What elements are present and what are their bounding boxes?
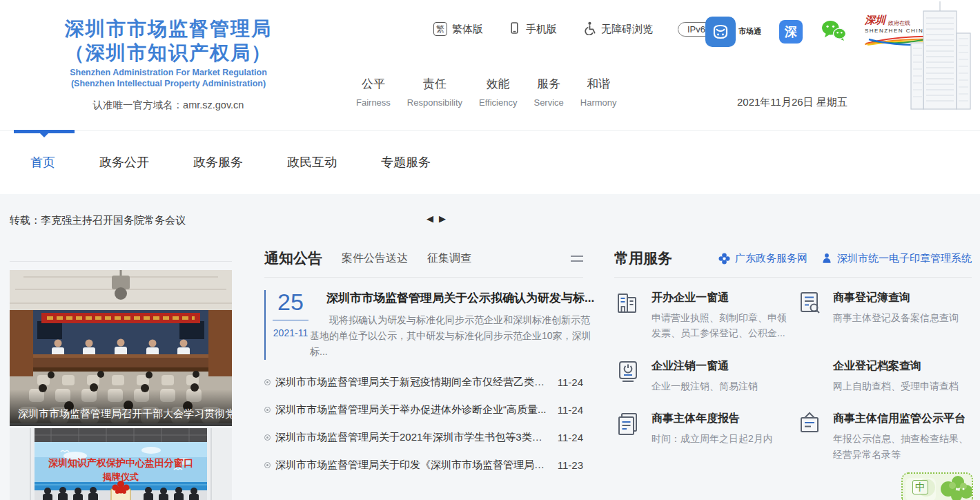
market-app-link[interactable]: 市场通 xyxy=(705,17,761,47)
divider xyxy=(273,320,308,320)
accessibility-icon xyxy=(582,21,596,37)
main-content: 转载：李克强主持召开国务院常务会议 ◀ ▶ xyxy=(0,194,980,500)
services-grid: 开办企业一窗通 申请营业执照、刻制印章、申领发票、员工参保登记、公积金... xyxy=(614,289,972,462)
nav-item-special[interactable]: 专题服务 xyxy=(381,154,431,171)
bullet-icon xyxy=(264,434,271,441)
org-name-en-line1: Shenzhen Administration For Market Regul… xyxy=(17,67,320,78)
current-date: 2021年11月26日 星期五 xyxy=(737,96,847,109)
services-section: 常用服务 广东政务服务网 深圳市统一电子印章管理系统 xyxy=(614,249,972,462)
featured-title[interactable]: 深圳市市场监督管理局关于公示拟确认为研发与标... xyxy=(310,290,594,306)
accessibility-label: 无障碍浏览 xyxy=(601,23,653,36)
guangdong-gov-service-link[interactable]: 广东政务服务网 xyxy=(718,252,807,265)
values-row: 公平 Fairness 责任 Responsibility 效能 Efficie… xyxy=(356,76,617,108)
utility-links: 繁 繁体版 手机版 无障碍浏览 IPv6 xyxy=(433,21,715,37)
market-app-icon xyxy=(705,17,736,47)
featured-summary[interactable]: 现将拟确认为研发与标准化同步示范企业和深圳标准创新示范基地的单位予以公示，其中研… xyxy=(310,312,594,360)
page: 深圳市市场监督管理局 （深圳市知识产权局） Shenzhen Administr… xyxy=(0,0,980,500)
featured-date-block: 25 2021-11 xyxy=(264,290,308,360)
wechat-icon[interactable] xyxy=(821,19,847,44)
slide1-caption[interactable]: 深圳市市场监督管理局召开干部大会学习贯彻党的十... xyxy=(10,390,232,426)
ticker-controls: ◀ ▶ xyxy=(427,213,446,224)
carousel-slide-2[interactable]: 深圳知识产权保护中心盐田分窗口 揭牌仪式 xyxy=(10,428,232,500)
notices-title: 通知公告 xyxy=(264,249,322,268)
prev-arrow-icon[interactable]: ◀ xyxy=(427,213,433,224)
service-archive-search[interactable]: 企业登记档案查询 网上自助查档、受理申请查档 xyxy=(796,358,972,394)
credit-board-icon xyxy=(796,410,823,438)
divider xyxy=(264,277,583,278)
accessibility-link[interactable]: 无障碍浏览 xyxy=(582,21,653,37)
annual-report-icon xyxy=(614,410,642,438)
value-service: 服务 Service xyxy=(533,76,563,108)
bullet-icon xyxy=(264,462,271,468)
nav-item-gov-services[interactable]: 政务服务 xyxy=(193,154,243,171)
floating-widget[interactable]: 中 xyxy=(901,472,973,500)
blank-icon-slot xyxy=(796,358,823,385)
news-ticker[interactable]: 转载：李克强主持召开国务院常务会议 xyxy=(10,214,186,227)
value-fairness: 公平 Fairness xyxy=(356,76,391,108)
featured-day: 25 xyxy=(273,290,308,314)
mobile-icon xyxy=(508,21,521,37)
traditional-chinese-label: 繁体版 xyxy=(452,23,483,36)
featured-month: 2021-11 xyxy=(273,327,308,338)
notice-date: 11-23 xyxy=(558,459,583,471)
notice-list: 深圳市市场监督管理局关于新冠疫情期间全市仅经营乙类非... 11-24 深圳市市… xyxy=(264,368,583,479)
photo-carousel: 深圳市市场监督管理局召开干部大会学习贯彻党的十... 深圳知识产权保护中心盐田分… xyxy=(10,261,232,500)
bullet-icon xyxy=(264,379,271,385)
notice-row[interactable]: 深圳市市场监督管理局关于举办促进体外诊断企业“高质量... 11-24 xyxy=(264,396,583,423)
value-efficiency: 效能 Efficiency xyxy=(479,76,517,108)
bullet-icon xyxy=(264,407,271,413)
header: 深圳市市场监督管理局 （深圳市知识产权局） Shenzhen Administr… xyxy=(0,0,980,130)
org-name-cn-line2: （深圳市知识产权局） xyxy=(17,41,320,65)
notice-date: 11-24 xyxy=(558,376,583,388)
notice-row[interactable]: 深圳市市场监督管理局关于印发《深圳市市场监督管理局商... 11-23 xyxy=(264,451,583,479)
eseal-system-link[interactable]: 深圳市统一电子印章管理系统 xyxy=(821,252,972,265)
notices-section: 通知公告 案件公告送达 征集调查 25 2021-11 深圳市市场监督管理局关于… xyxy=(264,249,583,479)
org-name-en-line2: (Shenzhen Intellectual Property Administ… xyxy=(17,78,320,89)
service-open-business[interactable]: 开办企业一窗通 申请营业执照、刻制印章、申领发票、员工参保登记、公积金... xyxy=(614,289,796,341)
notice-date: 11-24 xyxy=(558,404,583,416)
value-harmony: 和谐 Harmony xyxy=(580,76,617,108)
service-credit-platform[interactable]: 商事主体信用监管公示平台 年报公示信息、抽查检查结果、经营异常名录等 xyxy=(796,410,972,462)
mobile-version-label: 手机版 xyxy=(526,23,557,36)
traditional-chinese-link[interactable]: 繁 繁体版 xyxy=(433,22,483,36)
tab-surveys[interactable]: 征集调查 xyxy=(427,251,471,266)
slide2-banner-line2: 揭牌仪式 xyxy=(102,472,139,482)
divider xyxy=(614,277,972,278)
org-name-cn-line1: 深圳市市场监督管理局 xyxy=(17,17,320,41)
nav-item-gov-info[interactable]: 政务公开 xyxy=(99,154,149,171)
featured-notice: 25 2021-11 深圳市市场监督管理局关于公示拟确认为研发与标... 现将拟… xyxy=(264,290,583,360)
services-title: 常用服务 xyxy=(614,249,672,268)
register-search-icon xyxy=(796,289,823,317)
seal-icon xyxy=(821,253,832,264)
power-off-icon xyxy=(614,358,642,385)
next-arrow-icon[interactable]: ▶ xyxy=(439,213,446,224)
service-annual-report[interactable]: 商事主体年度报告 时间：成立周年之日起2月内 xyxy=(614,410,796,462)
site-logo[interactable]: 深圳市市场监督管理局 （深圳市知识产权局） Shenzhen Administr… xyxy=(17,17,320,112)
notice-row[interactable]: 深圳市市场监督管理局关于2021年深圳市学生书包等3类产... 11-24 xyxy=(264,423,583,451)
building-sketch xyxy=(901,0,979,113)
service-deregistration[interactable]: 企业注销一窗通 企业一般注销、简易注销 xyxy=(614,358,796,394)
tab-case-announcements[interactable]: 案件公告送达 xyxy=(342,251,408,266)
value-responsibility: 责任 Responsibility xyxy=(407,76,462,108)
official-domain-note: 认准唯一官方域名：amr.sz.gov.cn xyxy=(17,99,320,112)
more-icon[interactable] xyxy=(571,252,583,265)
company-building-icon xyxy=(614,289,642,317)
nav-item-interaction[interactable]: 政民互动 xyxy=(287,154,337,171)
widget-glyph: 中 xyxy=(912,480,928,494)
market-app-label: 市场通 xyxy=(738,26,761,37)
notice-row[interactable]: 深圳市市场监督管理局关于新冠疫情期间全市仅经营乙类非... 11-24 xyxy=(264,368,583,396)
main-nav: 首页 政务公开 政务服务 政民互动 专题服务 政务机器人 xyxy=(0,130,980,194)
service-registry-search[interactable]: 商事登记簿查询 商事主体登记及备案信息查询 xyxy=(796,289,972,341)
traditional-chinese-icon: 繁 xyxy=(433,22,447,36)
carousel-slide-1[interactable]: 深圳市市场监督管理局召开干部大会学习贯彻党的十... xyxy=(10,270,232,426)
mobile-version-link[interactable]: 手机版 xyxy=(508,21,557,37)
slide2-banner-line1: 深圳知识产权保护中心盐田分窗口 xyxy=(48,457,193,468)
shen-i-qi-app-icon[interactable]: 深 xyxy=(779,20,803,44)
nav-item-home[interactable]: 首页 xyxy=(30,154,55,171)
sz-logo-cn: 深圳 xyxy=(865,14,885,27)
notice-date: 11-24 xyxy=(558,432,583,443)
flower-icon xyxy=(718,253,730,265)
ceremony-photo: 深圳知识产权保护中心盐田分窗口 揭牌仪式 xyxy=(10,428,232,500)
